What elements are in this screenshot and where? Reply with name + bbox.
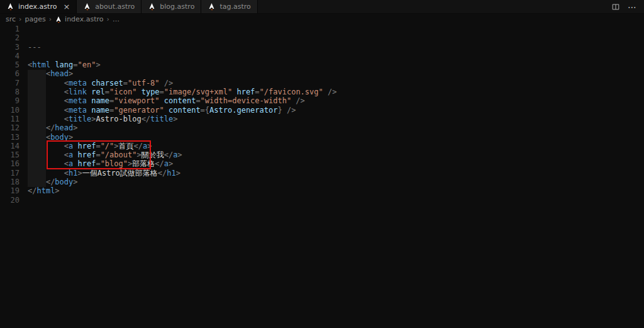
code-line[interactable]: 13 <body>	[0, 133, 644, 142]
code-line[interactable]: 14 <a href="/">首頁</a>	[0, 142, 644, 150]
tab-close-icon[interactable]: ×	[63, 3, 70, 11]
tab-blog-astro[interactable]: blog.astro	[142, 0, 201, 13]
line-number: 9	[0, 96, 28, 105]
editor[interactable]: 123---45<html lang="en">6 <head>7 <meta …	[0, 25, 644, 328]
code-line-content: </body>	[28, 178, 78, 186]
code-line-content: <a href="blog">部落格</a>	[28, 159, 173, 168]
tab-bar-actions: ⋯	[604, 0, 644, 13]
astro-file-icon	[208, 3, 216, 11]
code-line-content: <title>Astro-blog</title>	[28, 115, 177, 123]
code-line-content: <head>	[28, 69, 73, 78]
breadcrumb: src›pages›index.astro›…	[0, 14, 644, 25]
tab-tag-astro[interactable]: tag.astro	[201, 0, 257, 13]
code-line[interactable]: 15 <a href="/about">關於我</a>	[0, 150, 644, 159]
code-line-content: <a href="/">首頁</a>	[28, 142, 152, 150]
code-line[interactable]: 17 <h1>一個Astro試做部落格</h1>	[0, 169, 644, 178]
code-line[interactable]: 6 <head>	[0, 69, 644, 78]
tab-bar: index.astro×about.astroblog.astrotag.ast…	[0, 0, 644, 14]
line-number: 4	[0, 52, 28, 60]
astro-file-icon	[83, 3, 91, 11]
code-line-content: </head>	[28, 123, 78, 132]
code-line-content: <body>	[28, 133, 73, 142]
astro-file-icon	[55, 16, 62, 23]
line-number: 11	[0, 115, 28, 123]
breadcrumb-item-label: index.astro	[65, 15, 103, 23]
breadcrumb-separator: ›	[19, 15, 21, 23]
line-number: 20	[0, 196, 28, 205]
more-actions-icon[interactable]: ⋯	[628, 2, 636, 12]
code-line-content: <a href="/about">關於我</a>	[28, 150, 182, 159]
code-line[interactable]: 19</html>	[0, 186, 644, 195]
code-line[interactable]: 5<html lang="en">	[0, 60, 644, 69]
line-number: 13	[0, 133, 28, 142]
breadcrumb-item[interactable]: src	[6, 15, 16, 23]
line-number: 14	[0, 142, 28, 150]
breadcrumb-item[interactable]: …	[113, 15, 119, 23]
line-number: 15	[0, 150, 28, 159]
breadcrumb-separator: ›	[49, 15, 52, 23]
code-area: 123---45<html lang="en">6 <head>7 <meta …	[0, 25, 644, 205]
breadcrumb-item-label: src	[6, 15, 16, 23]
code-line[interactable]: 20	[0, 196, 644, 205]
line-number: 3	[0, 43, 28, 52]
tab-bar-tabs: index.astro×about.astroblog.astrotag.ast…	[0, 0, 258, 13]
code-line-content: <meta charset="utf-8" />	[28, 79, 173, 88]
editor-window: index.astro×about.astroblog.astrotag.ast…	[0, 0, 644, 328]
code-line[interactable]: 8 <link rel="icon" type="image/svg+xml" …	[0, 88, 644, 96]
line-number: 8	[0, 88, 28, 96]
code-line[interactable]: 4	[0, 52, 644, 60]
line-number: 10	[0, 106, 28, 115]
split-editor-icon[interactable]	[611, 3, 620, 11]
code-line-content: <meta name="generator" content={Astro.ge…	[28, 106, 296, 115]
code-line-content: <h1>一個Astro試做部落格</h1>	[28, 169, 180, 178]
code-line[interactable]: 7 <meta charset="utf-8" />	[0, 79, 644, 88]
breadcrumb-separator: ›	[106, 15, 109, 23]
code-line[interactable]: 1	[0, 25, 644, 33]
breadcrumb-item-label: …	[113, 15, 119, 23]
tab-label: index.astro	[18, 3, 57, 11]
tab-about-astro[interactable]: about.astro	[77, 0, 142, 13]
line-number: 6	[0, 69, 28, 78]
code-line[interactable]: 9 <meta name="viewport" content="width=d…	[0, 96, 644, 105]
breadcrumb-item-label: pages	[25, 15, 45, 23]
code-line[interactable]: 12 </head>	[0, 123, 644, 132]
code-line-content: ---	[28, 43, 42, 52]
line-number: 7	[0, 79, 28, 88]
tab-label: blog.astro	[160, 3, 194, 11]
line-number: 19	[0, 186, 28, 195]
code-line-content: <html lang="en">	[28, 60, 101, 69]
code-line[interactable]: 3---	[0, 43, 644, 52]
code-line[interactable]: 16 <a href="blog">部落格</a>	[0, 159, 644, 168]
breadcrumb-item[interactable]: pages	[25, 15, 45, 23]
line-number: 1	[0, 25, 28, 33]
tab-label: tag.astro	[219, 3, 250, 11]
line-number: 12	[0, 123, 28, 132]
code-line-content: <link rel="icon" type="image/svg+xml" hr…	[28, 88, 336, 96]
line-number: 18	[0, 178, 28, 186]
code-line[interactable]: 2	[0, 33, 644, 42]
astro-file-icon	[6, 3, 14, 11]
code-line[interactable]: 10 <meta name="generator" content={Astro…	[0, 106, 644, 115]
code-line-content: </html>	[28, 186, 60, 195]
code-line[interactable]: 11 <title>Astro-blog</title>	[0, 115, 644, 123]
tab-label: about.astro	[95, 3, 135, 11]
line-number: 16	[0, 159, 28, 168]
tab-index-astro[interactable]: index.astro×	[0, 0, 77, 13]
line-number: 5	[0, 60, 28, 69]
code-line[interactable]: 18 </body>	[0, 178, 644, 186]
astro-file-icon	[148, 3, 156, 11]
code-line-content: <meta name="viewport" content="width=dev…	[28, 96, 305, 105]
line-number: 17	[0, 169, 28, 178]
line-number: 2	[0, 33, 28, 42]
breadcrumb-item[interactable]: index.astro	[55, 15, 103, 23]
